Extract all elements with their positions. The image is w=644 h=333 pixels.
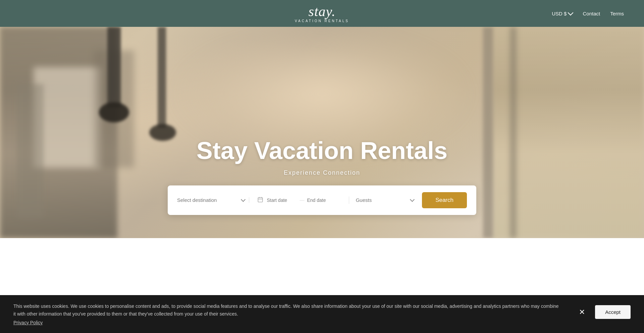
date-inputs: — (267, 198, 344, 203)
beam-shape (483, 27, 493, 238)
start-date-input[interactable] (267, 198, 297, 203)
logo: stay. VACATION RENTALS (295, 4, 349, 23)
site-header: stay. VACATION RENTALS USD $ Contact Ter… (0, 0, 644, 27)
guests-field (353, 197, 417, 203)
destination-dropdown-icon (241, 197, 246, 202)
date-divider: — (300, 198, 304, 203)
lamp-shape (107, 27, 121, 107)
hero-subtitle: Experience Connection (197, 169, 447, 176)
hero-shape (17, 84, 44, 218)
privacy-policy-link[interactable]: Privacy Policy (13, 320, 43, 325)
hero-title: Stay Vacation Rentals (197, 137, 447, 164)
end-date-input[interactable] (307, 198, 337, 203)
cookie-message: This website uses cookies. We use cookie… (13, 302, 559, 318)
currency-label: USD $ (552, 11, 567, 16)
calendar-icon (257, 197, 263, 204)
lamp-shade (99, 102, 129, 122)
guests-input[interactable] (356, 197, 408, 203)
hero-content: Stay Vacation Rentals Experience Connect… (197, 137, 447, 176)
contact-link[interactable]: Contact (583, 11, 600, 16)
beam-shape (510, 27, 517, 238)
destination-field (177, 197, 249, 203)
cookie-close-button[interactable]: ✕ (579, 309, 585, 316)
search-button[interactable]: Search (422, 192, 467, 208)
cookie-banner: This website uses cookies. We use cookie… (0, 295, 644, 333)
currency-selector[interactable]: USD $ (552, 11, 573, 16)
date-field: — (253, 197, 349, 204)
destination-input[interactable] (177, 197, 239, 203)
search-bar: — Search (168, 185, 476, 215)
chevron-down-icon (568, 10, 574, 16)
cookie-actions: ✕ Accept (579, 305, 631, 319)
lamp-shape (158, 27, 166, 127)
cookie-accept-button[interactable]: Accept (595, 305, 631, 319)
svg-rect-0 (258, 198, 263, 202)
guests-dropdown-icon (410, 197, 415, 202)
logo-subtitle: VACATION RENTALS (295, 19, 349, 23)
terms-link[interactable]: Terms (610, 11, 624, 16)
logo-text: stay. (309, 4, 336, 18)
cookie-text-area: This website uses cookies. We use cookie… (13, 302, 559, 326)
header-nav: USD $ Contact Terms (322, 11, 624, 16)
hero-shape (34, 67, 101, 168)
